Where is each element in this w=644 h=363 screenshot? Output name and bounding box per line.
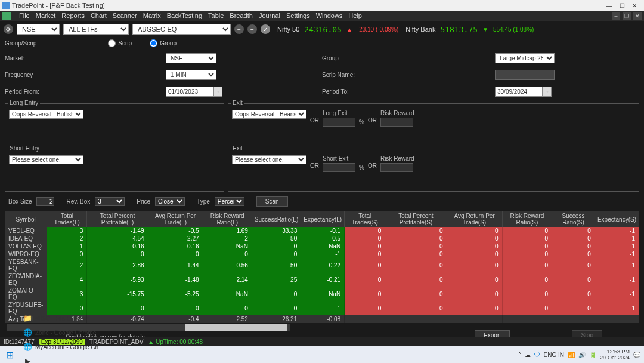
market-select[interactable]: NSE (166, 53, 216, 63)
arrow-up-icon: ▲ (346, 26, 352, 33)
col-header[interactable]: SuccessRatio(L) (252, 211, 301, 227)
taskbar-item[interactable]: 🌐MyAccount - Google Ch (19, 340, 101, 354)
exit-select[interactable]: Oops Reversal - Bearish (232, 110, 306, 119)
start-icon[interactable]: ⊞ (4, 349, 16, 361)
radio-scrip[interactable]: Scrip (108, 39, 132, 47)
risk-reward-input[interactable] (380, 118, 413, 127)
menu-file[interactable]: File (19, 12, 30, 20)
menu-windows[interactable]: Windows (316, 12, 343, 20)
revbox-label: Rev. Box (66, 198, 90, 205)
col-header[interactable]: Total Trades(S) (345, 211, 385, 227)
periodto-input[interactable]: 30/09/2024 (495, 87, 543, 97)
window-title: TradePoint - [P&F Back Testing] (12, 2, 105, 9)
risk-reward-input[interactable] (380, 163, 413, 172)
maximize-button[interactable]: ☐ (620, 2, 625, 9)
menu-backtesting[interactable]: BackTesting (167, 12, 202, 20)
menu-table[interactable]: Table (208, 12, 224, 20)
exit2-select[interactable]: Please select one. (232, 155, 306, 164)
or-text: OR (310, 162, 319, 169)
tray-notifications-icon[interactable]: 💬 (633, 352, 640, 358)
short-exit-input[interactable] (323, 163, 355, 172)
menu-market[interactable]: Market (36, 12, 56, 20)
tray-wifi-icon[interactable]: 📶 (568, 352, 575, 358)
short-entry-select[interactable]: Please select one. (9, 155, 83, 164)
col-header[interactable]: Symbol (5, 211, 47, 227)
lang-indicator[interactable]: ENG IN (544, 352, 564, 358)
menu-scanner[interactable]: Scanner (113, 12, 137, 20)
refresh-icon[interactable]: ⟳ (4, 24, 13, 34)
close-button[interactable]: ✕ (632, 2, 637, 9)
clock[interactable]: 12:58 PM 29-Oct-2024 (600, 349, 630, 361)
col-header[interactable]: Total Percent Profitable(S) (385, 211, 447, 227)
col-header[interactable]: Expectancy(S) (595, 211, 639, 227)
long-entry-select[interactable]: Oops Reversal - Bullish (9, 110, 83, 119)
tray-chevron-icon[interactable]: ˄ (518, 352, 521, 358)
scan-button[interactable]: Scan (256, 196, 288, 207)
tray-volume-icon[interactable]: 🔊 (578, 352, 586, 358)
price-label: Price (137, 198, 150, 205)
table-row[interactable]: ZFCVINDIA-EQ4-5.93-1.482.1425-0.2100000-… (5, 272, 639, 287)
taskbar-item[interactable]: 📁MISC - File Explorer (19, 311, 101, 325)
table-row[interactable]: YESBANK-EQ2-2.88-1.440.5650-0.2200000-1 (5, 258, 639, 272)
mdi-close-button[interactable]: ✕ (633, 12, 642, 20)
ok-icon[interactable]: ✓ (261, 24, 270, 34)
col-header[interactable]: Expectancy(L) (301, 211, 345, 227)
ticker-nifty50: Nifty 50 24316.05 ▲ -23.10 (-0.09%) (277, 25, 398, 34)
boxsize-label: Box Size (8, 198, 32, 205)
col-header[interactable]: Total Trades(L) (47, 211, 87, 227)
status-uptime: ▲ UpTime: 00:00:48 (148, 339, 203, 345)
frequency-select[interactable]: 1 MIN (166, 70, 216, 80)
tray-onedrive-icon[interactable]: ☁ (525, 352, 531, 358)
menu-settings[interactable]: Settings (286, 12, 310, 20)
col-header[interactable]: Avg Return Per Trade(L) (148, 211, 203, 227)
table-row[interactable]: WIPRO-EQ00000-100000-1 (5, 250, 639, 258)
prev-icon[interactable]: − (247, 24, 257, 34)
col-header[interactable]: Risk Reward Ratio(L) (203, 211, 252, 227)
pct-label: % (359, 119, 364, 125)
col-header[interactable]: Total Percent Profitable(L) (87, 211, 148, 227)
type-label: Type (197, 198, 210, 205)
long-exit-label: Long Exit (323, 110, 355, 116)
tray-battery-icon[interactable]: 🔋 (589, 352, 596, 358)
menu-breadth[interactable]: Breadth (230, 12, 253, 20)
calendar-icon[interactable]: ▾ (213, 87, 222, 97)
group-select[interactable]: Large Midcap 250 (495, 53, 555, 63)
menubar: File Market Reports Chart Scanner Matrix… (0, 11, 644, 21)
col-header[interactable]: Success Ratio(S) (552, 211, 595, 227)
calendar-icon[interactable]: ▾ (543, 87, 552, 97)
exchange-select[interactable]: NSE (17, 24, 60, 35)
price-select[interactable]: Close (155, 197, 185, 206)
revbox-select[interactable]: 3 (95, 197, 125, 206)
arrow-down-icon: ▼ (482, 26, 488, 33)
table-row[interactable]: ZOMATO-EQ3-15.75-5.25NaN0NaN00000-1 (5, 287, 639, 301)
menu-matrix[interactable]: Matrix (143, 12, 161, 20)
minimize-button[interactable]: — (606, 2, 612, 9)
type-select[interactable]: Percent (215, 197, 244, 206)
long-exit-input[interactable] (323, 118, 355, 127)
segment-select[interactable]: ALL ETFs (63, 24, 129, 35)
periodto-label: Period To: (322, 88, 495, 95)
menu-chart[interactable]: Chart (91, 12, 107, 20)
periodfrom-input[interactable]: 01/10/2023 (166, 87, 213, 97)
menu-help[interactable]: Help (348, 12, 362, 20)
mdi-restore-button[interactable]: ❐ (623, 12, 631, 20)
mdi-minimize-button[interactable]: – (612, 12, 620, 20)
minus-icon[interactable]: − (234, 24, 244, 34)
long-entry-fieldset: Long Entry Oops Reversal - Bullish (5, 103, 224, 146)
table-row[interactable]: IDEA-EQ24.542.272500.500000-1 (5, 235, 639, 242)
radio-group[interactable]: Group (150, 39, 177, 47)
or-text: OR (310, 117, 319, 124)
menu-journal[interactable]: Journal (259, 12, 280, 20)
risk-reward-label: Risk Reward (380, 155, 414, 162)
col-header[interactable]: Avg Return Per Trade(S) (447, 211, 502, 227)
boxsize-input[interactable] (36, 197, 54, 206)
taskbar-item[interactable]: 🌐Zone - Google Chrome (19, 325, 101, 340)
taskbar-item[interactable]: ▶ (19, 354, 101, 363)
scripname-input[interactable] (495, 70, 555, 80)
table-row[interactable]: VOLTAS-EQ1-0.16-0.16NaN0NaN00000-1 (5, 242, 639, 250)
col-header[interactable]: Risk Reward Ratio(S) (502, 211, 552, 227)
tray-security-icon[interactable]: 🛡 (534, 352, 540, 358)
table-row[interactable]: VEDL-EQ3-1.49-0.51.6933.33-0.100000-1 (5, 227, 639, 235)
symbol-select[interactable]: ABGSEC-EQ (132, 24, 231, 35)
menu-reports[interactable]: Reports (61, 12, 85, 20)
